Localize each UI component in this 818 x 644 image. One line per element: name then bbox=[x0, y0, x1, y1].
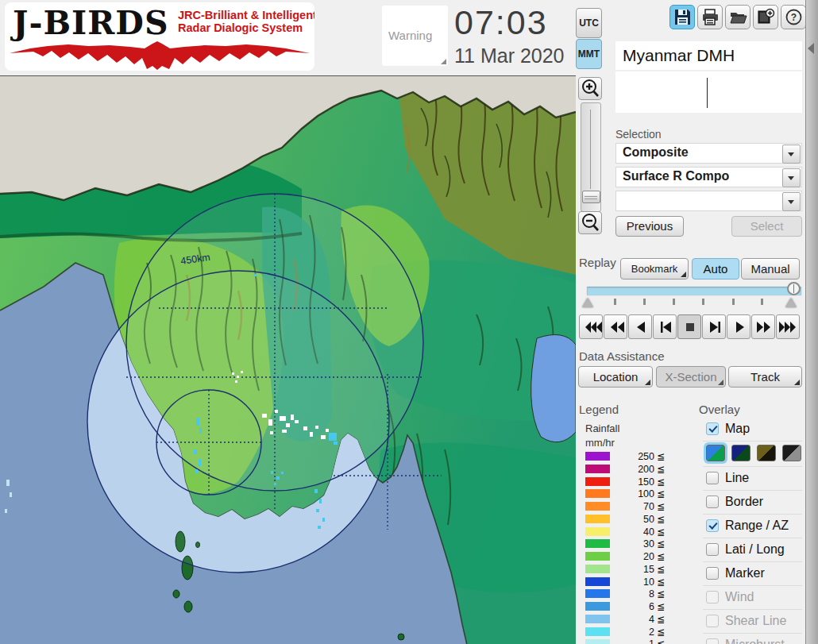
logo-tagline-line1: JRC-Brilliant & Intelligent bbox=[178, 9, 314, 21]
slider-start-marker[interactable] bbox=[582, 298, 593, 307]
legend-color-swatch bbox=[585, 639, 610, 644]
fast-forward-button[interactable] bbox=[776, 314, 800, 339]
selection-combo-1-value: Composite bbox=[623, 145, 689, 160]
overlay-label: Overlay bbox=[699, 403, 740, 416]
utc-button[interactable]: UTC bbox=[576, 8, 602, 38]
forward-icon bbox=[753, 318, 775, 336]
replay-slider-thumb[interactable] bbox=[787, 282, 801, 295]
map-style-swatch-3[interactable] bbox=[757, 445, 776, 461]
map-style-swatch-1[interactable] bbox=[706, 445, 725, 461]
manual-button[interactable]: Manual bbox=[741, 258, 800, 280]
fast-rewind-button[interactable] bbox=[579, 314, 603, 339]
play-reverse-button[interactable] bbox=[628, 314, 652, 339]
legend-le-symbol: ≦ bbox=[657, 614, 665, 625]
selection-label: Selection bbox=[615, 128, 662, 141]
legend-le-symbol: ≦ bbox=[657, 564, 665, 575]
legend-row: 70≦ bbox=[585, 501, 669, 512]
print-button[interactable] bbox=[697, 5, 723, 29]
panel-collapse-gutter[interactable] bbox=[805, 0, 818, 644]
bookmark-button[interactable]: Bookmark bbox=[620, 258, 689, 280]
play-button[interactable] bbox=[727, 314, 750, 339]
legend-le-symbol: ≦ bbox=[657, 514, 665, 525]
save-button[interactable] bbox=[669, 5, 695, 29]
x-section-button[interactable]: X-Section bbox=[656, 366, 726, 388]
map-style-swatch-4[interactable] bbox=[782, 445, 801, 461]
selection-combo-2[interactable]: Surface R Compo bbox=[615, 167, 802, 187]
legend-value: 70 bbox=[614, 501, 654, 512]
warning-panel[interactable]: Warning bbox=[382, 6, 448, 66]
legend-le-symbol: ≦ bbox=[657, 588, 665, 600]
legend-row: 10≦ bbox=[585, 577, 669, 588]
chevron-down-icon[interactable] bbox=[782, 192, 801, 211]
logo-tagline-line2: Radar Dialogic System bbox=[178, 21, 314, 34]
checkbox[interactable] bbox=[706, 543, 719, 556]
help-button[interactable]: ? bbox=[781, 5, 806, 29]
station-text-field[interactable] bbox=[615, 71, 802, 113]
open-folder-button[interactable] bbox=[725, 5, 750, 29]
replay-label: Replay bbox=[579, 256, 616, 269]
legend-le-symbol: ≦ bbox=[657, 638, 665, 644]
chevron-down-icon[interactable] bbox=[782, 168, 801, 187]
rewind-button[interactable] bbox=[604, 314, 627, 339]
selection-combo-1[interactable]: Composite bbox=[615, 143, 802, 164]
legend-color-swatch bbox=[585, 589, 610, 598]
legend-le-symbol: ≦ bbox=[657, 451, 665, 462]
checkbox[interactable] bbox=[706, 472, 719, 484]
legend-color-swatch bbox=[585, 539, 610, 548]
fast-forward-icon bbox=[777, 318, 800, 336]
checkbox[interactable] bbox=[706, 519, 719, 532]
legend-color-swatch bbox=[585, 527, 610, 536]
legend-row: 1≦ bbox=[585, 638, 669, 644]
add-image-button[interactable] bbox=[753, 5, 778, 29]
legend-color-swatch bbox=[585, 452, 610, 461]
step-back-button[interactable] bbox=[653, 314, 677, 339]
checkbox[interactable] bbox=[706, 422, 719, 435]
zoom-in-icon bbox=[579, 78, 601, 99]
overlay-item-border: Border bbox=[703, 490, 802, 514]
overlay-item-label: Map bbox=[725, 422, 750, 436]
collapse-arrow-icon[interactable] bbox=[808, 43, 814, 54]
zoom-slider-track[interactable] bbox=[581, 102, 601, 212]
map-style-swatch-2[interactable] bbox=[731, 445, 750, 461]
checkbox bbox=[706, 591, 719, 604]
map-zoom-control bbox=[578, 77, 604, 234]
legend-le-symbol: ≦ bbox=[657, 538, 665, 550]
step-forward-icon bbox=[704, 318, 726, 336]
chevron-down-icon[interactable] bbox=[782, 145, 801, 164]
overlay-item-label: Range / AZ bbox=[725, 519, 789, 533]
legend-value: 10 bbox=[614, 577, 654, 588]
select-button[interactable]: Select bbox=[731, 216, 802, 237]
legend-label: Legend bbox=[579, 403, 619, 416]
auto-button[interactable]: Auto bbox=[692, 258, 739, 280]
clock-time: 07:03 bbox=[454, 3, 573, 42]
track-button[interactable]: Track bbox=[728, 366, 802, 388]
zoom-in-button[interactable] bbox=[578, 77, 602, 100]
station-name[interactable]: Myanmar DMH bbox=[615, 41, 802, 70]
checkbox[interactable] bbox=[706, 567, 719, 580]
slider-end-marker[interactable] bbox=[785, 298, 797, 307]
zoom-out-button[interactable] bbox=[578, 211, 602, 234]
location-button[interactable]: Location bbox=[578, 366, 653, 388]
play-reverse-icon bbox=[630, 318, 652, 336]
eagle-icon bbox=[6, 39, 313, 71]
resize-grip-icon bbox=[441, 59, 446, 64]
legend-value: 250 bbox=[614, 451, 654, 462]
checkbox[interactable] bbox=[706, 496, 719, 508]
checkbox bbox=[706, 638, 719, 644]
zoom-slider-thumb[interactable] bbox=[582, 191, 600, 203]
previous-button[interactable]: Previous bbox=[615, 216, 684, 237]
map-viewport[interactable]: 450km bbox=[0, 75, 576, 644]
text-cursor bbox=[707, 78, 708, 108]
legend-le-symbol: ≦ bbox=[657, 551, 665, 562]
mmt-button[interactable]: MMT bbox=[576, 39, 602, 69]
forward-button[interactable] bbox=[751, 314, 775, 339]
legend-row: 6≦ bbox=[585, 601, 669, 612]
legend-color-swatch bbox=[585, 552, 610, 561]
replay-slider-track[interactable] bbox=[586, 286, 802, 296]
step-forward-button[interactable] bbox=[702, 314, 726, 339]
jbirds-logo: J-BIRDS JRC-Brilliant & Intelligent Rada… bbox=[5, 2, 314, 71]
stop-button[interactable] bbox=[677, 314, 701, 339]
overlay-item-label: Wind bbox=[725, 590, 754, 604]
overlay-item-shear-line: Shear Line bbox=[703, 609, 802, 633]
selection-combo-3[interactable] bbox=[615, 191, 802, 211]
